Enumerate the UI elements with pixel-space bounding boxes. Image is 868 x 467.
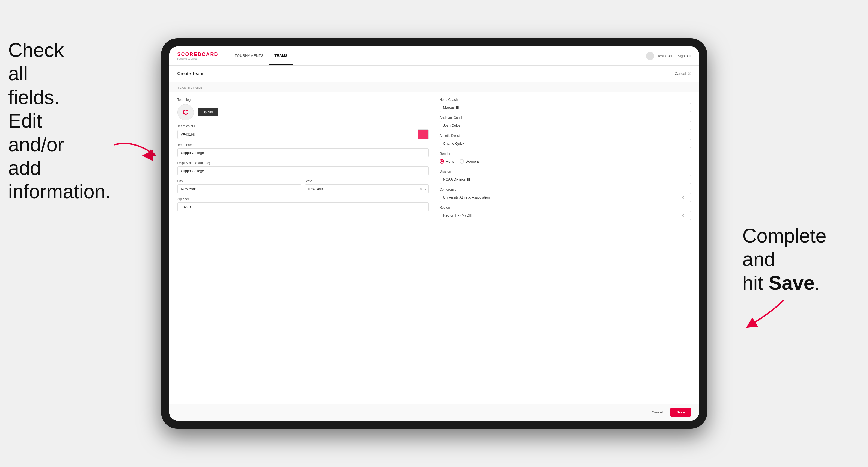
panel-footer: Cancel Save [169,404,699,421]
gender-radio-group: Mens Womens [440,157,691,166]
annotation-line2: Edit and/or add [8,110,64,179]
division-group: Division ⌄ [440,169,691,184]
annotation-right-line2: hit [742,272,769,294]
zip-group: Zip code [178,197,429,211]
conference-input[interactable] [440,193,691,202]
save-label: Save [676,410,684,414]
region-label: Region [440,206,691,210]
annotation-right-bold: Save [769,272,814,294]
user-name: Test User | [657,54,674,58]
tablet-frame: SCOREBOARD Powered by clippd TOURNAMENTS… [161,38,707,429]
gender-group: Gender Mens Womens [440,152,691,166]
section-title: TEAM DETAILS [169,82,699,92]
colour-input-wrap [178,129,429,139]
gender-mens-option[interactable]: Mens [440,159,454,164]
display-name-group: Display name (unique) [178,161,429,175]
annotation-right-line1: Complete and [742,225,827,270]
team-name-label: Team name [178,143,429,147]
division-input[interactable] [440,175,691,184]
assistant-coach-label: Assistant Coach [440,116,691,120]
cancel-label: Cancel [652,410,663,414]
colour-swatch[interactable] [418,129,429,139]
brand: SCOREBOARD Powered by clippd [178,52,218,60]
city-group: City [178,179,302,193]
user-avatar [646,52,654,60]
conference-clear-icon[interactable]: ✕ [681,195,684,199]
team-name-input[interactable] [178,148,429,157]
logo-circle: C [178,104,194,120]
region-select-wrap: ✕ ⌄ [440,211,691,220]
zip-input[interactable] [178,203,429,211]
division-select-wrap: ⌄ [440,175,691,184]
division-label: Division [440,169,691,174]
state-label: State [305,179,429,183]
navbar-right: Test User | Sign out [646,52,691,60]
zip-label: Zip code [178,197,429,201]
cancel-button[interactable]: Cancel [647,408,667,416]
annotation-right: Complete and hit Save. [742,224,846,295]
panel-title: Create Team [178,71,204,76]
head-coach-group: Head Coach [440,98,691,112]
head-coach-label: Head Coach [440,98,691,102]
athletic-director-group: Athletic Director [440,134,691,148]
state-select-wrap: ✕ ⌄ [305,184,429,193]
arrow-right-icon [729,295,789,331]
annotation-line1: Check all fields. [8,39,64,108]
display-name-label: Display name (unique) [178,161,429,165]
gender-mens-label: Mens [445,159,454,164]
conference-group: Conference ✕ ⌄ [440,188,691,202]
cancel-top-button[interactable]: Cancel ✕ [675,71,690,76]
display-name-input[interactable] [178,166,429,175]
navbar: SCOREBOARD Powered by clippd TOURNAMENTS… [169,46,699,66]
upload-label: Upload [203,110,213,114]
athletic-director-label: Athletic Director [440,134,691,138]
annotation-right-period: . [814,272,820,294]
save-button[interactable]: Save [670,408,690,417]
team-logo-group: Team logo C Upload [178,98,429,120]
gender-womens-option[interactable]: Womens [460,159,479,164]
sign-out-link[interactable]: Sign out [678,54,691,58]
city-state-row: City State ✕ ⌄ [178,179,429,193]
cancel-top-label: Cancel [675,71,686,76]
annotation-line3: information. [8,181,111,203]
close-icon: ✕ [687,71,691,76]
team-colour-label: Team colour [178,124,429,128]
region-group: Region ✕ ⌄ [440,206,691,220]
panel-header: Create Team Cancel ✕ [169,66,699,82]
state-group: State ✕ ⌄ [305,179,429,193]
brand-name: SCOREBOARD [178,52,218,57]
team-colour-input[interactable] [178,130,418,139]
gender-womens-radio[interactable] [460,159,464,164]
right-column: Head Coach Assistant Coach Athletic Dire… [440,98,691,398]
logo-section: C Upload [178,104,429,120]
upload-button[interactable]: Upload [198,108,218,116]
brand-sub: Powered by clippd [178,57,218,60]
region-input[interactable] [440,211,691,220]
nav-tournaments[interactable]: TOURNAMENTS [229,46,269,65]
logo-letter: C [183,108,188,117]
team-colour-group: Team colour [178,124,429,139]
create-team-panel: Create Team Cancel ✕ TEAM DETAILS Team l… [169,66,699,421]
gender-label: Gender [440,152,691,156]
gender-mens-radio[interactable] [440,159,444,164]
state-input[interactable] [305,184,429,193]
region-clear-icon[interactable]: ✕ [681,213,684,218]
conference-select-wrap: ✕ ⌄ [440,193,691,202]
annotation-left: Check all fields. Edit and/or add inform… [8,38,85,204]
assistant-coach-group: Assistant Coach [440,116,691,130]
nav-links: TOURNAMENTS TEAMS [229,46,293,65]
gender-womens-label: Womens [466,159,479,164]
athletic-director-input[interactable] [440,139,691,148]
city-input[interactable] [178,184,302,193]
head-coach-input[interactable] [440,103,691,112]
nav-teams[interactable]: TEAMS [269,46,293,65]
left-column: Team logo C Upload Team colour [178,98,429,398]
team-logo-label: Team logo [178,98,429,102]
assistant-coach-input[interactable] [440,121,691,130]
city-label: City [178,179,302,183]
tablet-screen: SCOREBOARD Powered by clippd TOURNAMENTS… [169,46,699,421]
conference-label: Conference [440,188,691,191]
team-name-group: Team name [178,143,429,157]
form-body: Team logo C Upload Team colour [169,92,699,404]
state-clear-icon[interactable]: ✕ [419,187,423,191]
